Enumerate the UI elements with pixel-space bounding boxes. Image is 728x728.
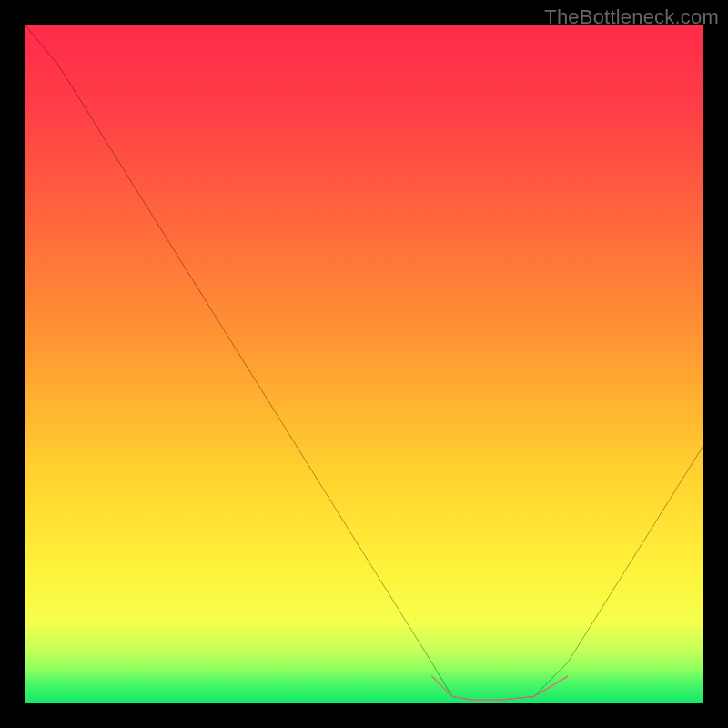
chart-container: TheBottleneck.com (0, 0, 728, 728)
optimal-range-highlight (432, 676, 568, 700)
plot-area (25, 25, 703, 703)
chart-svg (25, 25, 703, 703)
bottleneck-curve (25, 25, 703, 700)
watermark-label: TheBottleneck.com (544, 5, 719, 29)
